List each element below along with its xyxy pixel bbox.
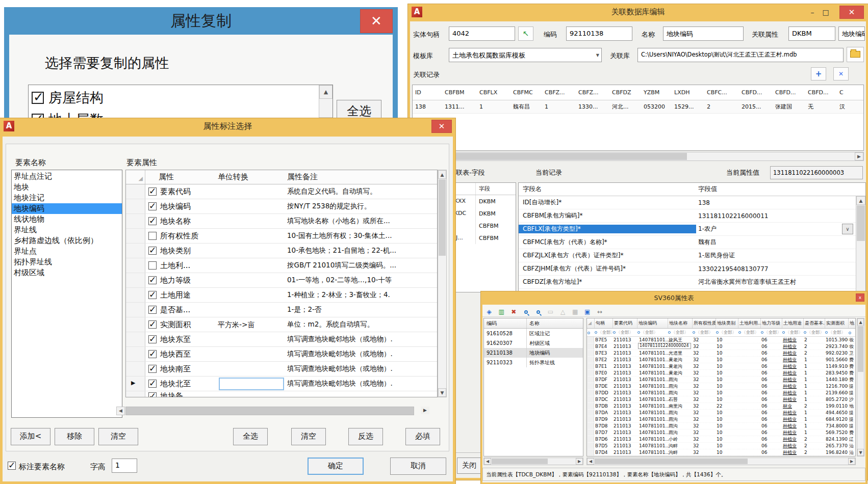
related-library-path-input[interactable]: C:\Users\NIYAO\Desktop\测试\河北王孟王\王孟王村.mdb bbox=[637, 48, 844, 62]
row-selector[interactable] bbox=[126, 317, 145, 332]
field-row[interactable]: CBFDZ[承包方地址]* 河北省衡水冀州市官道李镇王孟王村 ∨ bbox=[519, 276, 865, 289]
filter-row[interactable]: 〈全部〉 〈全部〉 〈全部〉 〈全部〉 〈全部〉 〈全部〉 〈全部〉 〈全部〉 … bbox=[587, 329, 855, 337]
attribute-checkbox[interactable] bbox=[148, 365, 157, 373]
row-selector[interactable] bbox=[126, 288, 145, 302]
template-library-select[interactable]: 土地承包权属数据库模板▼ bbox=[449, 48, 602, 62]
row-selector[interactable] bbox=[126, 362, 145, 376]
row-selector[interactable] bbox=[587, 350, 594, 356]
table-vscrollbar[interactable]: ▲ ▼ bbox=[438, 170, 447, 397]
layer-row[interactable]: 92110138 地块编码 bbox=[484, 348, 583, 358]
land-use-link[interactable]: 种植业 bbox=[782, 363, 803, 370]
parcel-row[interactable]: B7D8 211013 140781101... 雨沟 32 10 06 种植业… bbox=[587, 423, 855, 429]
close-icon[interactable]: ✕ bbox=[839, 6, 864, 19]
filter-icon[interactable] bbox=[716, 331, 719, 334]
row-selector[interactable] bbox=[126, 214, 145, 228]
row-selector[interactable] bbox=[587, 396, 594, 402]
col-header[interactable]: 句柄 bbox=[594, 318, 612, 328]
row-selector[interactable] bbox=[126, 199, 145, 213]
col-header[interactable]: 是否基本... bbox=[803, 318, 825, 328]
select-window-icon[interactable]: ▭ bbox=[546, 308, 555, 317]
feature-list-item[interactable]: 线状地物 bbox=[12, 214, 122, 225]
land-use-link[interactable]: 种植业 bbox=[782, 416, 803, 423]
row-selector[interactable] bbox=[126, 347, 145, 361]
row-selector[interactable] bbox=[126, 273, 145, 287]
col-header[interactable]: 地块类别 bbox=[716, 318, 738, 328]
related-attribute-name-input[interactable]: 地块编码 bbox=[838, 26, 865, 41]
select-all-button[interactable]: 全选 bbox=[233, 428, 268, 445]
attribute-checkbox[interactable] bbox=[148, 291, 157, 299]
feature-list-item[interactable]: 地块 bbox=[12, 182, 122, 193]
attribute-checkbox[interactable] bbox=[148, 187, 157, 196]
row-selector[interactable] bbox=[587, 429, 594, 436]
col-header[interactable]: 字段 bbox=[476, 185, 515, 193]
row-selector[interactable] bbox=[587, 416, 594, 422]
unit-conversion-input[interactable] bbox=[219, 378, 284, 390]
layer-row[interactable]: 92110323 拓扑界址线 bbox=[484, 358, 583, 367]
field-row[interactable]: CBFBM[承包方编码]* 131181102216000011 ∨ bbox=[519, 209, 865, 223]
parcel-row[interactable]: B7D9 211013 140781101... 雨沟 32 10 06 种植业… bbox=[587, 416, 855, 423]
parcel-row[interactable]: B7DB 211013 140781101... 南里沟 32 22 06 林业… bbox=[587, 403, 855, 410]
attribute-row[interactable]: 要素代码 系统自定义代码。自动填写。 bbox=[126, 184, 437, 199]
col-header[interactable]: 土地用途 bbox=[782, 318, 803, 328]
select-polygon-icon[interactable]: △ bbox=[558, 308, 568, 317]
layer-row[interactable]: 91620307 村级区域 bbox=[484, 338, 583, 348]
find-icon[interactable] bbox=[521, 308, 530, 317]
land-use-link[interactable]: 种植业 bbox=[782, 449, 803, 456]
attribute-checkbox[interactable] bbox=[148, 276, 157, 284]
filter-icon[interactable] bbox=[782, 331, 785, 334]
row-selector[interactable] bbox=[587, 337, 594, 343]
row-selector[interactable] bbox=[587, 423, 594, 429]
name-input[interactable]: 地块编码 bbox=[663, 26, 744, 41]
parcel-row[interactable]: B7D7 211013 140781101... 雨沟 32 10 06 种植业… bbox=[587, 429, 855, 436]
row-selector[interactable] bbox=[587, 370, 594, 376]
close-icon[interactable]: x bbox=[856, 293, 864, 302]
remove-button[interactable]: 移除 bbox=[55, 428, 94, 445]
feature-list-item[interactable]: 地块注记 bbox=[12, 193, 122, 203]
scroll-left-icon[interactable]: ◀ bbox=[587, 458, 594, 465]
attribute-row[interactable]: 是否基... 1-是；2-否 bbox=[126, 303, 437, 317]
filter-icon[interactable] bbox=[825, 331, 828, 334]
annotate-name-checkbox[interactable] bbox=[8, 462, 16, 470]
maximize-icon[interactable]: □ bbox=[821, 8, 830, 16]
col-header[interactable]: 属性备注 bbox=[287, 172, 437, 182]
filter-icon[interactable] bbox=[637, 331, 640, 334]
parcel-row[interactable]: B7E2 211013 140781101... 黄老沟 32 10 06 种植… bbox=[587, 357, 855, 363]
parcel-row[interactable]: B7DC 211013 140781101... 石普 32 10 06 种植业… bbox=[587, 396, 855, 403]
col-header[interactable]: C bbox=[837, 89, 849, 96]
parcel-row[interactable]: B7DF 211013 140781101... 雨沟 32 10 06 种植业… bbox=[587, 377, 855, 383]
feature-list-item[interactable]: 乡村路虚边线（依比例） bbox=[12, 235, 122, 246]
land-use-link[interactable]: 种植业 bbox=[782, 377, 803, 383]
parcel-row[interactable]: B7DE 211013 140781101... 雨沟 32 10 06 种植业… bbox=[587, 383, 855, 390]
col-header[interactable]: 要素代码 bbox=[612, 318, 637, 328]
close-icon[interactable]: ✕ bbox=[360, 9, 393, 33]
attribute-row[interactable]: 实测面积 平方米->亩 单位：m2。系统自动填写。 bbox=[126, 317, 437, 332]
feature-list-item[interactable]: 拓扑界址线 bbox=[12, 257, 122, 267]
land-use-link[interactable]: 种植业 bbox=[782, 357, 803, 363]
row-selector[interactable] bbox=[587, 343, 594, 349]
feature-list-item[interactable]: 地块编码 bbox=[12, 203, 122, 214]
land-use-link[interactable]: 林业 bbox=[782, 403, 803, 410]
row-selector[interactable] bbox=[587, 390, 594, 396]
attribute-row[interactable]: 地块西至 填写调查地块毗邻地块（或地物）. bbox=[126, 347, 437, 362]
scrollbar-thumb[interactable] bbox=[439, 179, 446, 256]
land-use-link[interactable]: 种植业 bbox=[782, 423, 803, 429]
feature-list-item[interactable]: 界址线 bbox=[12, 225, 122, 235]
parcel-row[interactable]: B7E4 211013 1407811012240000024 32 10 06… bbox=[587, 343, 855, 350]
export-attributes-icon[interactable]: ▥ bbox=[497, 308, 506, 317]
scroll-right-icon[interactable]: ▶ bbox=[848, 458, 855, 465]
col-header[interactable]: 地 bbox=[848, 318, 856, 328]
scrollbar-thumb[interactable] bbox=[492, 459, 548, 464]
grid-vscrollbar[interactable]: ▲ ▼ bbox=[857, 318, 864, 456]
feature-list[interactable]: 界址点注记 地块 地块注记 地块编码 线状地物 界址线 乡村路虚边线（依比例） … bbox=[11, 170, 122, 418]
left-hscrollbar[interactable]: ◀ ▶ bbox=[483, 458, 583, 465]
feature-list-item[interactable]: 界址点 bbox=[12, 246, 122, 257]
grid-hscrollbar[interactable]: ◀ ▶ bbox=[586, 458, 856, 465]
checkbox[interactable] bbox=[32, 92, 44, 104]
scroll-left-icon[interactable]: ◀ bbox=[484, 458, 491, 465]
col-header[interactable]: 所有权性质 bbox=[692, 318, 716, 328]
attribute-checkbox[interactable] bbox=[148, 247, 157, 255]
col-header[interactable]: CBFD... bbox=[805, 89, 837, 96]
parcel-row[interactable]: B7D5 211013 140781101... 沟畔 32 10 06 种植业… bbox=[587, 443, 855, 449]
attribute-checkbox[interactable] bbox=[148, 261, 157, 270]
field-row[interactable]: CBFZJHM[承包方（代表）证件号码]* 133022195408130777… bbox=[519, 262, 865, 276]
